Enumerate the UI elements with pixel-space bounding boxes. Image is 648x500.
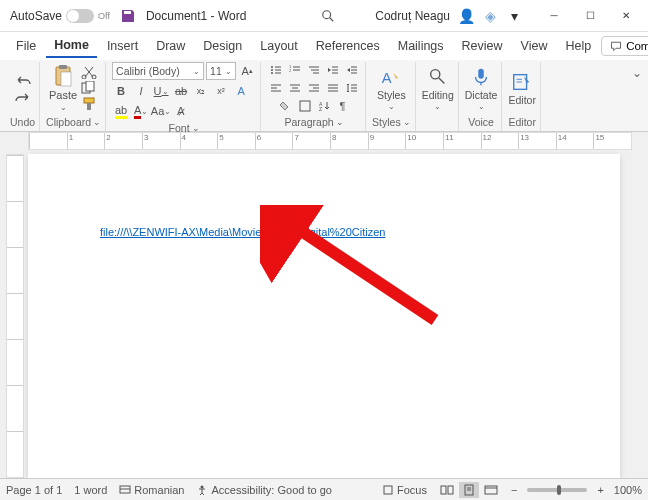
chevron-down-icon: ⌄ [478, 102, 485, 111]
close-button[interactable]: ✕ [608, 0, 644, 32]
accessibility-icon [196, 484, 208, 496]
zoom-level[interactable]: 100% [614, 484, 642, 496]
svg-rect-60 [441, 486, 446, 494]
group-clipboard: Paste ⌄ Clipboard ⌄ [42, 62, 106, 131]
horizontal-ruler[interactable]: 123456789101112131415 [28, 132, 632, 150]
font-family-select[interactable]: Calibri (Body)⌄ [112, 62, 204, 80]
zoom-slider[interactable] [527, 488, 587, 492]
toggle-switch[interactable] [66, 9, 94, 23]
user-name[interactable]: Codruț Neagu [375, 9, 450, 23]
tab-draw[interactable]: Draw [148, 35, 193, 57]
numbering-icon[interactable]: 12 [286, 62, 304, 78]
show-marks-icon[interactable]: ¶ [334, 98, 352, 114]
tab-layout[interactable]: Layout [252, 35, 306, 57]
svg-point-13 [271, 69, 273, 71]
copy-icon[interactable] [80, 81, 98, 95]
format-painter-icon[interactable] [80, 97, 98, 111]
tab-review[interactable]: Review [454, 35, 511, 57]
bullets-icon[interactable] [267, 62, 285, 78]
clear-format-icon[interactable]: A̷ [172, 102, 190, 120]
superscript-button[interactable]: x² [212, 82, 230, 100]
focus-icon [382, 484, 394, 496]
borders-icon[interactable] [296, 98, 314, 114]
chevron-down-icon: ⌄ [388, 102, 395, 111]
language-indicator[interactable]: Romanian [119, 484, 184, 496]
save-icon[interactable] [120, 8, 136, 24]
increase-indent-icon[interactable] [343, 62, 361, 78]
minimize-button[interactable]: ─ [536, 0, 572, 32]
font-size-select[interactable]: 11⌄ [206, 62, 236, 80]
vertical-ruler[interactable] [6, 154, 24, 478]
editor-button[interactable]: Editor [508, 71, 535, 106]
strikethrough-button[interactable]: ab [172, 82, 190, 100]
svg-point-58 [201, 485, 204, 488]
justify-icon[interactable] [324, 80, 342, 96]
italic-button[interactable]: I [132, 82, 150, 100]
redo-icon[interactable] [14, 90, 32, 104]
underline-button[interactable]: U⌄ [152, 82, 170, 100]
shading-icon[interactable] [277, 98, 295, 114]
paste-button[interactable]: Paste ⌄ [49, 65, 77, 112]
tab-insert[interactable]: Insert [99, 35, 146, 57]
multilevel-icon[interactable] [305, 62, 323, 78]
svg-rect-45 [300, 101, 310, 111]
change-case-icon[interactable]: Aa⌄ [152, 102, 170, 120]
subscript-button[interactable]: x₂ [192, 82, 210, 100]
align-right-icon[interactable] [305, 80, 323, 96]
sort-icon[interactable]: AZ [315, 98, 333, 114]
language-icon [119, 484, 131, 496]
tab-mailings[interactable]: Mailings [390, 35, 452, 57]
undo-icon[interactable] [14, 73, 32, 87]
styles-icon: A [380, 66, 402, 88]
maximize-button[interactable]: ☐ [572, 0, 608, 32]
word-count[interactable]: 1 word [74, 484, 107, 496]
group-styles: A Styles ⌄ Styles ⌄ [368, 62, 416, 131]
ribbon: Undo Paste ⌄ Clipboard ⌄ Calibri (Body)⌄… [0, 60, 648, 132]
cut-icon[interactable] [80, 65, 98, 79]
web-layout-icon[interactable] [481, 482, 501, 498]
comments-button[interactable]: Comments ⌄ [601, 36, 648, 56]
tab-design[interactable]: Design [195, 35, 250, 57]
user-avatar-icon[interactable]: 👤 [458, 8, 474, 24]
tab-home[interactable]: Home [46, 34, 97, 58]
search-icon[interactable] [321, 9, 335, 23]
group-font: Calibri (Body)⌄ 11⌄ A▴ B I U⌄ ab x₂ x² A… [108, 62, 261, 131]
line-spacing-icon[interactable] [343, 80, 361, 96]
page-indicator[interactable]: Page 1 of 1 [6, 484, 62, 496]
focus-button[interactable]: Focus [382, 484, 427, 496]
accessibility-indicator[interactable]: Accessibility: Good to go [196, 484, 331, 496]
decrease-indent-icon[interactable] [324, 62, 342, 78]
styles-button[interactable]: A Styles ⌄ [377, 66, 406, 111]
read-mode-icon[interactable] [437, 482, 457, 498]
editing-button[interactable]: Editing ⌄ [422, 66, 454, 111]
undo-label: Undo [10, 114, 35, 131]
hyperlink[interactable]: file:///\\ZENWIFI-AX\Media\Movies\Crina\… [100, 226, 385, 238]
autosave-toggle[interactable]: AutoSave Off [10, 9, 110, 23]
collapse-ribbon-icon[interactable]: ⌄ [632, 66, 642, 80]
tab-help[interactable]: Help [557, 35, 599, 57]
tab-file[interactable]: File [8, 35, 44, 57]
text-effects-icon[interactable]: A [232, 82, 250, 100]
svg-rect-10 [87, 103, 91, 110]
svg-rect-4 [61, 72, 71, 86]
diamond-icon[interactable]: ◈ [482, 8, 498, 24]
clipboard-label: Clipboard ⌄ [46, 114, 101, 131]
font-color-icon[interactable]: A⌄ [132, 102, 150, 120]
zoom-out-button[interactable]: − [511, 484, 517, 496]
align-center-icon[interactable] [286, 80, 304, 96]
highlight-icon[interactable]: ab [112, 102, 130, 120]
print-layout-icon[interactable] [459, 482, 479, 498]
align-left-icon[interactable] [267, 80, 285, 96]
svg-rect-65 [485, 486, 497, 494]
document-page[interactable]: file:///\\ZENWIFI-AX\Media\Movies\Crina\… [28, 154, 620, 478]
tab-view[interactable]: View [513, 35, 556, 57]
ribbon-tabs: File Home Insert Draw Design Layout Refe… [0, 32, 648, 60]
dictate-button[interactable]: Dictate ⌄ [465, 66, 498, 111]
autosave-state: Off [98, 11, 110, 21]
bold-button[interactable]: B [112, 82, 130, 100]
ribbon-options-icon[interactable]: ▾ [506, 8, 522, 24]
increase-font-icon[interactable]: A▴ [238, 62, 256, 80]
tab-references[interactable]: References [308, 35, 388, 57]
zoom-in-button[interactable]: + [597, 484, 603, 496]
svg-point-15 [271, 72, 273, 74]
